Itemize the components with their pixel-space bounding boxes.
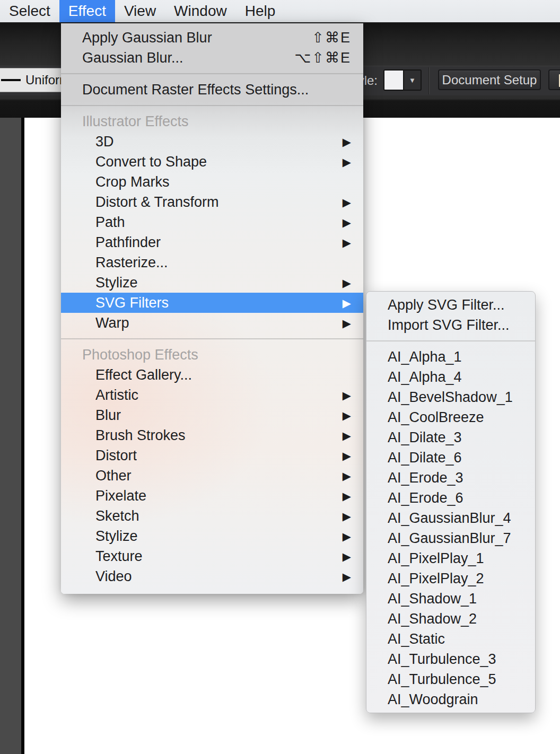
menu-item-other[interactable]: Other▶ (61, 466, 363, 486)
menu-item-label: SVG Filters (95, 295, 169, 311)
menu-item-document-raster-effects-settings[interactable]: Document Raster Effects Settings... (61, 80, 363, 100)
stroke-profile-label: Uniform (25, 73, 63, 87)
menu-item-label: Apply SVG Filter... (388, 297, 505, 313)
separator-line (61, 105, 363, 106)
submenu-arrow-icon: ▶ (343, 197, 351, 208)
menu-item-warp[interactable]: Warp▶ (61, 313, 363, 333)
menu-item-import-svg-filter[interactable]: Import SVG Filter... (366, 315, 535, 335)
menu-item-ai-turbulence-3[interactable]: AI_Turbulence_3 (366, 649, 535, 669)
menu-separator (366, 335, 535, 347)
menu-item-rasterize[interactable]: Rasterize... (61, 252, 363, 273)
menu-item-artistic[interactable]: Artistic▶ (61, 385, 363, 405)
menu-item-ai-gaussianblur-7[interactable]: AI_GaussianBlur_7 (366, 528, 535, 548)
menu-item-label: AI_CoolBreeze (388, 409, 484, 426)
submenu-arrow-icon: ▶ (343, 490, 351, 502)
menu-item-ai-gaussianblur-4[interactable]: AI_GaussianBlur_4 (366, 508, 535, 528)
menu-item-label: Import SVG Filter... (388, 317, 510, 334)
menu-item-label: Warp (95, 315, 129, 331)
menu-item-label: Texture (95, 548, 143, 565)
menu-item-label: AI_Shadow_2 (388, 611, 477, 627)
menu-item-distort-transform[interactable]: Distort & Transform▶ (61, 192, 363, 212)
submenu-arrow-icon: ▶ (343, 318, 351, 329)
separator-line (366, 340, 535, 341)
menu-item-label: AI_Erode_3 (388, 470, 463, 486)
menu-item-label: Other (95, 468, 132, 484)
menu-item-crop-marks[interactable]: Crop Marks (61, 172, 363, 192)
menu-item-ai-turbulence-5[interactable]: AI_Turbulence_5 (366, 669, 535, 689)
menu-item-svg-filters[interactable]: SVG Filters▶ (61, 293, 363, 313)
menu-item-ai-alpha-4[interactable]: AI_Alpha_4 (366, 367, 535, 387)
menu-item-ai-alpha-1[interactable]: AI_Alpha_1 (366, 347, 535, 367)
menu-item-apply-gaussian-blur[interactable]: Apply Gaussian Blur⇧⌘E (61, 28, 363, 48)
menu-item-sketch[interactable]: Sketch▶ (61, 506, 363, 526)
left-panel-strip (0, 118, 21, 754)
menu-item-stylize[interactable]: Stylize▶ (61, 273, 363, 293)
menu-item-ai-erode-6[interactable]: AI_Erode_6 (366, 488, 535, 508)
menubar-item-select[interactable]: Select (0, 0, 59, 22)
menu-item-label: AI_Alpha_1 (388, 349, 462, 365)
menu-item-path[interactable]: Path▶ (61, 212, 363, 232)
menu-item-label: Blur (95, 407, 121, 424)
menu-item-pathfinder[interactable]: Pathfinder▶ (61, 232, 363, 252)
style-swatch (384, 71, 403, 90)
menu-item-apply-svg-filter[interactable]: Apply SVG Filter... (366, 295, 535, 315)
menu-item-convert-to-shape[interactable]: Convert to Shape▶ (61, 152, 363, 172)
menu-item-blur[interactable]: Blur▶ (61, 405, 363, 425)
menu-item-label: Video (95, 568, 132, 585)
menu-item-texture[interactable]: Texture▶ (61, 546, 363, 566)
menu-item-label: Distort & Transform (95, 194, 219, 211)
menu-item-ai-bevelshadow-1[interactable]: AI_BevelShadow_1 (366, 387, 535, 407)
menu-item-ai-shadow-2[interactable]: AI_Shadow_2 (366, 609, 535, 629)
menu-item-label: Stylize (95, 275, 138, 291)
menu-item-label: AI_Dilate_3 (388, 429, 462, 446)
menu-item-effect-gallery[interactable]: Effect Gallery... (61, 365, 363, 385)
menu-item-ai-dilate-3[interactable]: AI_Dilate_3 (366, 427, 535, 448)
menu-item-video[interactable]: Video▶ (61, 566, 363, 586)
menu-item-3d[interactable]: 3D▶ (61, 131, 363, 152)
menu-item-label: AI_PixelPlay_1 (388, 550, 484, 567)
menu-item-label: AI_Alpha_4 (388, 369, 462, 385)
toolbar-button-partial[interactable] (548, 69, 560, 90)
menu-item-ai-coolbreeze[interactable]: AI_CoolBreeze (366, 407, 535, 427)
menu-item-ai-dilate-6[interactable]: AI_Dilate_6 (366, 448, 535, 468)
menu-item-distort[interactable]: Distort▶ (61, 445, 363, 466)
menu-item-stylize[interactable]: Stylize▶ (61, 526, 363, 546)
menubar-item-help[interactable]: Help (236, 0, 285, 22)
menu-item-shortcut: ⌥⇧⌘E (294, 49, 351, 66)
menu-item-label: Crop Marks (95, 174, 170, 190)
menu-item-brush-strokes[interactable]: Brush Strokes▶ (61, 425, 363, 445)
menu-item-label: Pixelate (95, 488, 146, 504)
menu-item-pixelate[interactable]: Pixelate▶ (61, 486, 363, 506)
menubar-item-window[interactable]: Window (165, 0, 236, 22)
submenu-arrow-icon: ▶ (343, 430, 351, 441)
document-setup-button[interactable]: Document Setup (438, 69, 541, 90)
stroke-profile-dropdown[interactable]: Uniform (0, 68, 63, 92)
chevron-down-icon[interactable]: ▼ (403, 71, 421, 90)
toolbar-divider (428, 67, 430, 94)
menu-item-ai-pixelplay-2[interactable]: AI_PixelPlay_2 (366, 568, 535, 589)
submenu-arrow-icon: ▶ (343, 470, 351, 481)
illustrator-app-window: Uniform Style: ▼ Document Setup SelectEf… (0, 0, 560, 754)
menu-separator (61, 68, 363, 80)
submenu-arrow-icon: ▶ (343, 551, 351, 562)
menu-item-ai-static[interactable]: AI_Static (366, 629, 535, 649)
menu-item-label: Sketch (95, 508, 139, 524)
submenu-arrow-icon: ▶ (343, 217, 351, 228)
menu-separator (61, 333, 363, 345)
style-swatch-dropdown[interactable]: ▼ (383, 69, 422, 91)
menu-item-ai-pixelplay-1[interactable]: AI_PixelPlay_1 (366, 548, 535, 568)
menubar-item-effect[interactable]: Effect (59, 0, 115, 22)
menu-item-gaussian-blur[interactable]: Gaussian Blur...⌥⇧⌘E (61, 48, 363, 68)
menu-item-label: Gaussian Blur... (82, 50, 183, 66)
menu-item-ai-woodgrain[interactable]: AI_Woodgrain (366, 689, 535, 709)
submenu-arrow-icon: ▶ (343, 237, 351, 248)
menu-item-ai-erode-3[interactable]: AI_Erode_3 (366, 468, 535, 488)
menubar-item-view[interactable]: View (115, 0, 165, 22)
menu-item-label: AI_BevelShadow_1 (388, 389, 513, 406)
submenu-arrow-icon: ▶ (343, 156, 351, 168)
effect-menu: Apply Gaussian Blur⇧⌘EGaussian Blur...⌥⇧… (61, 23, 363, 594)
menu-item-label: Convert to Shape (95, 154, 207, 170)
menu-section-header-illustrator-effects: Illustrator Effects (61, 111, 363, 131)
menu-item-label: Brush Strokes (95, 427, 186, 444)
menu-item-ai-shadow-1[interactable]: AI_Shadow_1 (366, 589, 535, 609)
